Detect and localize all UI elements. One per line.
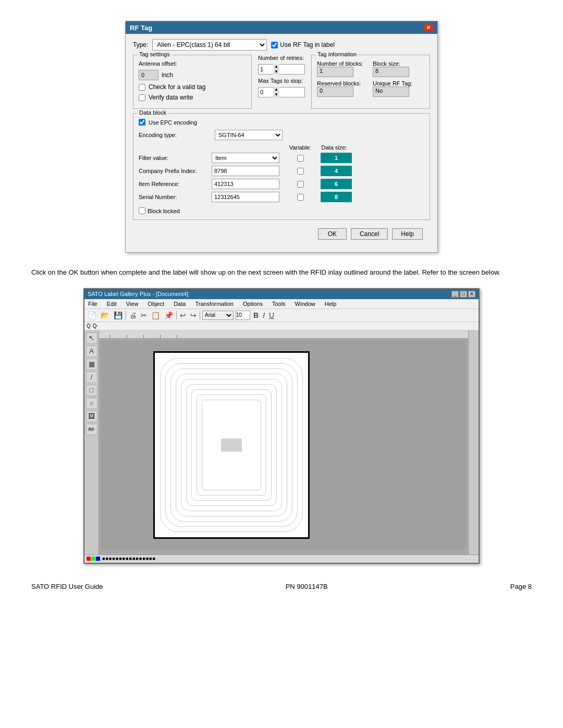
save-icon[interactable]: 💾 bbox=[113, 311, 124, 320]
canvas-inner bbox=[101, 341, 466, 549]
max-tags-up[interactable]: ▲ bbox=[273, 87, 279, 92]
dot-blue bbox=[96, 557, 100, 561]
data-block-section: Data block Use EPC encoding Encoding typ… bbox=[133, 113, 430, 220]
toolbar-sep-1 bbox=[126, 311, 126, 319]
reserved-label: Reserved blocks: bbox=[317, 80, 369, 87]
app-toolbar-2: Q Q· bbox=[84, 322, 479, 330]
verify-data-row: Verify data write bbox=[139, 94, 246, 101]
antenna-offset-input[interactable] bbox=[139, 70, 158, 80]
ok-button[interactable]: OK bbox=[318, 228, 347, 240]
size-cell-0: 1 bbox=[318, 153, 354, 163]
size-cell-3: 8 bbox=[318, 192, 354, 202]
num-blocks-label: Number of blocks: bbox=[317, 60, 369, 67]
block-locked-checkbox[interactable] bbox=[139, 207, 145, 214]
retries-down[interactable]: ▼ bbox=[273, 69, 279, 75]
menu-object[interactable]: Object bbox=[146, 300, 166, 307]
max-tags-input[interactable] bbox=[259, 88, 273, 97]
verify-data-checkbox[interactable] bbox=[139, 94, 145, 101]
paste-icon[interactable]: 📌 bbox=[163, 311, 174, 320]
menu-transformation[interactable]: Transformation bbox=[193, 300, 235, 307]
antenna-label: Antenna offset: bbox=[139, 60, 186, 67]
field-input-1[interactable] bbox=[212, 166, 279, 176]
antenna-unit: inch bbox=[162, 71, 173, 79]
dialog-close-button[interactable]: ✕ bbox=[424, 23, 433, 32]
help-button[interactable]: Help bbox=[392, 228, 423, 240]
variable-checkbox-3[interactable] bbox=[297, 194, 304, 201]
menu-options[interactable]: Options bbox=[241, 300, 264, 307]
right-panel bbox=[468, 330, 479, 554]
block-size-value: 8 bbox=[373, 67, 409, 77]
redo-icon[interactable]: ↪ bbox=[189, 311, 198, 320]
use-rftag-label: Use RF Tag in label bbox=[280, 41, 335, 48]
verify-data-label: Verify data write bbox=[149, 94, 193, 101]
rect-tool[interactable]: □ bbox=[86, 385, 97, 396]
menu-view[interactable]: View bbox=[125, 300, 140, 307]
max-tags-spinner[interactable]: ▲ ▼ bbox=[258, 87, 305, 97]
max-tags-down[interactable]: ▼ bbox=[273, 92, 279, 97]
line-tool[interactable]: / bbox=[86, 372, 97, 383]
tag-settings-section: Tag settings Antenna offset: inch Check … bbox=[133, 55, 252, 109]
bold-icon[interactable]: B bbox=[252, 311, 260, 320]
cancel-button[interactable]: Cancel bbox=[351, 228, 388, 240]
menu-tools[interactable]: Tools bbox=[271, 300, 287, 307]
field-input-3[interactable] bbox=[212, 192, 279, 202]
size-badge-1: 4 bbox=[321, 166, 352, 176]
font-select[interactable]: Arial bbox=[202, 311, 234, 320]
variable-cell-2 bbox=[285, 181, 316, 188]
cut-icon[interactable]: ✂ bbox=[140, 311, 148, 320]
retries-spinner[interactable]: ▲ ▼ bbox=[258, 64, 305, 75]
retries-maxtags-col: Number of retries: ▲ ▼ Max Tags to stop: bbox=[258, 55, 305, 109]
encoding-type-select[interactable]: SGTIN-64 bbox=[215, 130, 283, 140]
check-valid-checkbox[interactable] bbox=[139, 84, 145, 91]
size-badge-0: 1 bbox=[321, 153, 352, 163]
variable-checkbox-1[interactable] bbox=[297, 168, 304, 175]
encoding-type-row: Encoding type: SGTIN-64 bbox=[139, 130, 424, 140]
description-text: Click on the OK button when complete and… bbox=[31, 267, 532, 278]
dialog-footer: OK Cancel Help bbox=[133, 225, 430, 245]
copy-icon[interactable]: 📋 bbox=[150, 311, 161, 320]
retries-label: Number of retries: bbox=[258, 55, 305, 61]
text-tool[interactable]: A bbox=[86, 346, 97, 357]
menu-edit[interactable]: Edit bbox=[105, 300, 118, 307]
type-row: Type: Alien - EPC(class 1) 64 bit Use RF… bbox=[133, 39, 430, 51]
menu-help[interactable]: Help bbox=[323, 300, 338, 307]
use-rftag-checkbox[interactable] bbox=[271, 42, 278, 48]
italic-icon[interactable]: I bbox=[262, 311, 266, 320]
num-blocks-value: 1 bbox=[317, 67, 353, 77]
type-select[interactable]: Alien - EPC(class 1) 64 bit bbox=[152, 39, 267, 51]
font-size-input[interactable] bbox=[236, 311, 250, 320]
field-label-0: Filter value: bbox=[139, 155, 212, 161]
new-icon[interactable]: 📄 bbox=[87, 311, 97, 320]
block-locked-row: Block locked bbox=[139, 207, 424, 214]
dialog-titlebar: RF Tag ✕ bbox=[126, 21, 437, 34]
variable-checkbox-2[interactable] bbox=[297, 181, 304, 188]
retries-up[interactable]: ▲ bbox=[273, 64, 279, 69]
rfid-tool[interactable]: RF bbox=[86, 424, 97, 435]
open-icon[interactable]: 📂 bbox=[100, 311, 111, 320]
ruler-mark-2: | bbox=[126, 334, 127, 338]
undo-icon[interactable]: ↩ bbox=[179, 311, 187, 320]
size-badge-3: 8 bbox=[321, 192, 352, 202]
close-app-button[interactable]: ✕ bbox=[468, 291, 475, 298]
select-tool[interactable]: ↖ bbox=[86, 332, 97, 344]
encoding-type-label: Encoding type: bbox=[139, 132, 212, 138]
app-menubar: File Edit View Object Data Transformatio… bbox=[84, 299, 479, 309]
menu-file[interactable]: File bbox=[87, 300, 99, 307]
minimize-button[interactable]: _ bbox=[451, 291, 459, 298]
underline-icon[interactable]: U bbox=[268, 311, 275, 320]
restore-button[interactable]: □ bbox=[460, 291, 467, 298]
retries-input[interactable] bbox=[259, 65, 273, 74]
field-input-2[interactable] bbox=[212, 179, 279, 189]
barcode-tool[interactable]: ▦ bbox=[86, 359, 97, 370]
variable-checkbox-0[interactable] bbox=[297, 155, 304, 162]
circle-tool[interactable]: ○ bbox=[86, 398, 97, 409]
menu-window[interactable]: Window bbox=[293, 300, 317, 307]
app-window: SATO Label Gallery Plus - [Document4] _ … bbox=[83, 288, 480, 564]
ruler-top: | | | | | bbox=[99, 330, 468, 339]
image-tool[interactable]: 🖼 bbox=[86, 411, 97, 422]
menu-data[interactable]: Data bbox=[172, 300, 187, 307]
field-select-0[interactable]: Item bbox=[212, 153, 279, 163]
print-icon[interactable]: 🖨 bbox=[128, 311, 138, 320]
use-epc-checkbox[interactable] bbox=[139, 119, 145, 126]
max-tags-label-row: Max Tags to stop: bbox=[258, 78, 305, 84]
